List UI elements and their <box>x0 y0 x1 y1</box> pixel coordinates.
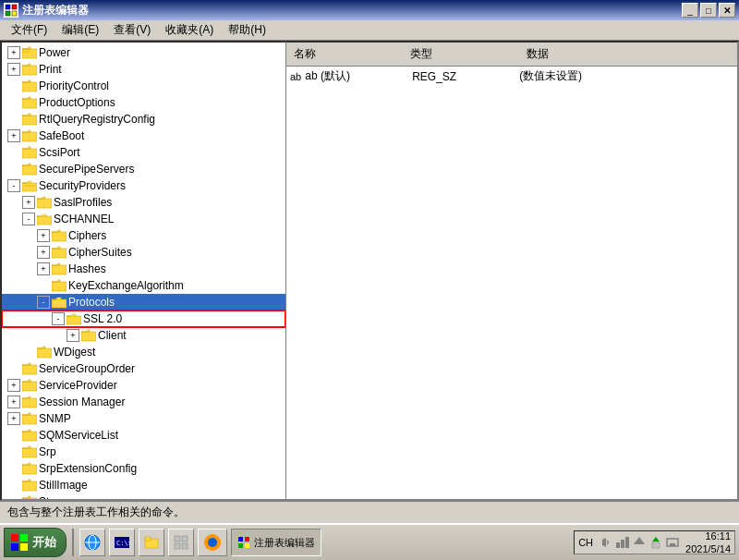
tree-item-wdigest[interactable]: WDigest <box>2 344 285 360</box>
tree-item-stillimage[interactable]: StillImage <box>2 477 285 493</box>
tree-item-securepipe[interactable]: SecurePipeServers <box>2 161 285 177</box>
tree-item-securityproviders[interactable]: - SecurityProviders <box>2 177 285 194</box>
tree-item-scsiport[interactable]: ScsiPort <box>2 144 285 161</box>
safety-remove-icon[interactable] <box>648 535 663 550</box>
tree-item-serviceprovider[interactable]: + ServiceProvider <box>2 377 285 394</box>
svg-marker-12 <box>22 97 30 99</box>
svg-rect-80 <box>182 543 188 549</box>
tree-item-srp[interactable]: Srp <box>2 444 285 460</box>
folder-icon <box>52 262 67 275</box>
tree-item-ssl20[interactable]: - SSL 2.0 <box>2 310 285 327</box>
svg-rect-69 <box>20 543 28 551</box>
tree-item-hashes[interactable]: + Hashes <box>2 261 285 277</box>
svg-point-82 <box>208 538 217 547</box>
folder-icon-open <box>37 213 52 225</box>
expand-ciphersuites[interactable]: + <box>37 246 50 259</box>
tree-item-saslprofiles[interactable]: + SaslProfiles <box>2 194 285 211</box>
network2-icon[interactable] <box>665 535 680 550</box>
svg-rect-58 <box>22 481 37 491</box>
svg-marker-39 <box>67 314 76 316</box>
network-icon[interactable] <box>615 535 630 550</box>
tree-item-keyexchange[interactable]: KeyExchangeAlgorithm <box>2 277 285 294</box>
expand-serviceprovider[interactable]: + <box>7 379 20 392</box>
tree-item-schannel[interactable]: - SCHANNEL <box>2 211 285 227</box>
expand-sessionmanager[interactable]: + <box>7 396 20 408</box>
expand-print[interactable]: + <box>7 63 20 76</box>
clock-display[interactable]: 16:11 2021/5/14 <box>682 530 731 556</box>
tree-item-ciphers[interactable]: + Ciphers <box>2 227 285 244</box>
svg-marker-59 <box>22 480 30 481</box>
tree-item-power[interactable]: + Power <box>2 44 285 61</box>
tree-label: KeyExchangeAlgorithm <box>68 279 184 292</box>
tree-item-rtlquery[interactable]: RtlQueryRegistryConfig <box>2 111 285 128</box>
expand-schannel[interactable]: - <box>22 213 35 225</box>
tree-item-prioritycontrol[interactable]: PriorityControl <box>2 78 285 94</box>
tree-item-client[interactable]: + Client <box>2 327 285 344</box>
expand-safeboot[interactable]: + <box>7 129 20 142</box>
active-window-regedit[interactable]: 注册表编辑器 <box>231 529 321 556</box>
active-window-label: 注册表编辑器 <box>254 536 315 550</box>
tree-item-ciphersuites[interactable]: + CipherSuites <box>2 244 285 261</box>
expand-client[interactable]: + <box>67 329 79 342</box>
speaker-icon[interactable] <box>599 535 613 550</box>
col-data: 数据 <box>519 44 737 64</box>
expand-securityproviders[interactable]: - <box>7 179 20 192</box>
tree-item-servicegrouporder[interactable]: ServiceGroupOrder <box>2 360 285 377</box>
quicklaunch-cmd[interactable]: C:\> <box>109 529 135 556</box>
folder-icon <box>37 196 52 209</box>
svg-marker-35 <box>52 280 60 282</box>
expand-snmp[interactable]: + <box>7 412 20 425</box>
tree-item-storage[interactable]: Storage <box>2 493 285 501</box>
quicklaunch-ie[interactable] <box>79 529 105 556</box>
firefox-icon <box>202 532 223 553</box>
menu-favorites[interactable]: 收藏夹(A) <box>158 20 221 40</box>
quicklaunch-explorer[interactable] <box>139 529 164 556</box>
tree-label: Print <box>39 63 62 76</box>
tree-item-snmp[interactable]: + SNMP <box>2 410 285 427</box>
tree-label: Session Manager <box>39 396 125 408</box>
tree-label: ProductOptions <box>39 96 115 109</box>
svg-rect-1 <box>12 5 17 9</box>
folder-icon <box>22 445 37 458</box>
menu-view[interactable]: 查看(V) <box>106 20 158 40</box>
tree-item-srpextension[interactable]: SrpExtensionConfig <box>2 460 285 477</box>
ie-icon <box>84 534 101 551</box>
svg-rect-11 <box>22 99 37 108</box>
tree-item-print[interactable]: + Print <box>2 61 285 78</box>
folder-icon <box>52 279 67 292</box>
tree-label: Hashes <box>68 262 106 275</box>
expand-protocols[interactable]: - <box>37 296 50 309</box>
quicklaunch-firefox[interactable] <box>198 529 227 556</box>
minimize-button[interactable]: _ <box>682 3 698 18</box>
expand-power[interactable]: + <box>7 46 20 59</box>
maximize-button[interactable]: □ <box>700 3 717 18</box>
tree-item-productoptions[interactable]: ProductOptions <box>2 94 285 111</box>
folder-icon <box>22 479 37 492</box>
quicklaunch-settings[interactable] <box>168 529 194 556</box>
menu-edit[interactable]: 编辑(E) <box>55 20 106 40</box>
start-button[interactable]: 开始 <box>4 528 67 557</box>
expand-ciphers[interactable]: + <box>37 229 50 242</box>
expand-hashes[interactable]: + <box>37 262 50 275</box>
tree-item-protocols[interactable]: - Protocols <box>2 294 285 310</box>
registry-value-row[interactable]: ab ab (默认) REG_SZ (数值未设置) <box>286 67 737 86</box>
expand-saslprofiles[interactable]: + <box>22 196 35 209</box>
tree-item-safeboot[interactable]: + SafeBoot <box>2 128 285 144</box>
svg-rect-77 <box>175 536 180 542</box>
tree-item-sessionmanager[interactable]: + Session Manager <box>2 394 285 410</box>
menu-help[interactable]: 帮助(H) <box>221 20 273 40</box>
close-button[interactable]: ✕ <box>719 3 735 18</box>
svg-marker-6 <box>22 47 30 49</box>
menu-file[interactable]: 文件(F) <box>4 20 55 40</box>
expand-ssl20[interactable]: - <box>52 312 65 325</box>
folder-icon-open <box>67 312 81 325</box>
app-icon <box>4 3 18 18</box>
svg-rect-84 <box>245 537 249 542</box>
tree-label: PriorityControl <box>39 79 109 92</box>
arrow-up-icon[interactable] <box>632 535 647 550</box>
folder-icon <box>22 129 37 142</box>
svg-rect-83 <box>238 537 243 542</box>
value-type: REG_SZ <box>412 70 519 83</box>
tree-item-sqmservicelist[interactable]: SQMServiceList <box>2 427 285 444</box>
svg-marker-18 <box>22 147 30 149</box>
